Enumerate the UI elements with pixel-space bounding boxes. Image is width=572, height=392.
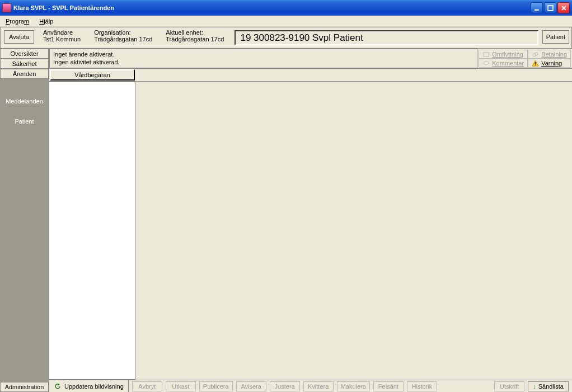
status-line-2: Ingen aktivitet aktiverad. — [53, 58, 473, 66]
svg-rect-2 — [484, 52, 489, 56]
bottom-row: Uppdatera bildvisning Avbryt Utkast Publ… — [49, 380, 572, 392]
enhet-label: Aktuell enhet: — [166, 29, 224, 36]
organisation-info: Organisation: Trädgårdsgatan 17cd — [88, 27, 160, 48]
enhet-info: Aktuell enhet: Trädgårdsgatan 17cd — [160, 27, 232, 48]
refresh-icon — [54, 382, 62, 390]
bottom-button-area: Avbryt Utkast Publicera Avisera Justera … — [128, 380, 572, 392]
utskrift-button[interactable]: Utskrift — [494, 381, 524, 391]
avsluta-button[interactable]: Avsluta — [4, 30, 34, 44]
money-icon — [532, 51, 539, 58]
sandlista-label: Sändlista — [538, 383, 564, 390]
justera-button[interactable]: Justera — [270, 381, 300, 391]
utkast-button[interactable]: Utkast — [166, 381, 196, 391]
sandlista-button[interactable]: ↓ Sändlista — [528, 381, 569, 391]
svg-point-5 — [484, 61, 489, 65]
omflyttning-icon — [482, 51, 490, 58]
varning-label: Varning — [541, 60, 562, 67]
comment-icon — [482, 60, 490, 67]
main-body: Översikter Säkerhet Ärenden Meddelanden … — [0, 49, 572, 392]
vardbegaran-button[interactable]: Vårdbegäran — [50, 69, 135, 81]
main-panel: Inget ärende aktiverat. Ingen aktivitet … — [49, 49, 572, 392]
omflyttning-label: Omflyttning — [492, 51, 523, 58]
betalning-link[interactable]: Betalning — [528, 50, 571, 59]
status-buttons: Omflyttning Betalning Kommentar Varning — [477, 49, 572, 68]
status-line-1: Inget ärende aktiverat. — [53, 50, 473, 58]
patient-id-display: 19 300823-9190 Svpl Patient — [235, 30, 538, 45]
publicera-button[interactable]: Publicera — [199, 381, 233, 391]
sidebar-tab-administration[interactable]: Administration — [0, 382, 49, 392]
betalning-label: Betalning — [541, 51, 567, 58]
refresh-link[interactable]: Uppdatera bildvisning — [49, 381, 128, 391]
status-text: Inget ärende aktiverat. Ingen aktivitet … — [49, 49, 477, 68]
svg-rect-1 — [548, 6, 553, 11]
user-value: Tst1 Kommun — [43, 36, 81, 42]
window-title: Klara SVPL - SVPL Patientärenden — [13, 4, 531, 11]
kvittera-button[interactable]: Kvittera — [303, 381, 334, 391]
menu-hjalp[interactable]: Hjälp — [37, 17, 55, 26]
omflyttning-link[interactable]: Omflyttning — [479, 50, 528, 59]
window-controls — [531, 2, 570, 13]
svg-rect-7 — [535, 64, 536, 65]
menu-program[interactable]: Program — [3, 17, 31, 26]
svg-rect-6 — [535, 62, 536, 64]
felsant-button[interactable]: Felsänt — [373, 381, 404, 391]
detail-pane — [135, 82, 572, 380]
vardbegaran-row: Vårdbegäran — [49, 69, 572, 82]
app-icon — [2, 3, 11, 12]
sidebar-item-patient[interactable]: Patient — [0, 111, 49, 131]
maximize-button[interactable] — [544, 2, 556, 13]
list-pane[interactable] — [49, 82, 135, 380]
window-titlebar: Klara SVPL - SVPL Patientärenden — [0, 0, 572, 16]
warning-icon — [532, 60, 539, 67]
user-info: Användare Tst1 Kommun — [37, 27, 88, 48]
patient-button[interactable]: Patient — [542, 30, 569, 44]
top-info-bar: Avsluta Användare Tst1 Kommun Organisati… — [0, 27, 572, 49]
svg-rect-0 — [535, 9, 539, 10]
down-arrow-icon: ↓ — [533, 383, 536, 390]
content-row — [49, 82, 572, 380]
menu-bar: Program Hjälp — [0, 16, 572, 27]
status-row: Inget ärende aktiverat. Ingen aktivitet … — [49, 49, 572, 69]
refresh-label: Uppdatera bildvisning — [64, 383, 124, 390]
makulera-button[interactable]: Makulera — [337, 381, 370, 391]
varning-link[interactable]: Varning — [528, 59, 571, 68]
kommentar-link[interactable]: Kommentar — [479, 59, 528, 68]
historik-button[interactable]: Historik — [407, 381, 437, 391]
organisation-label: Organisation: — [94, 29, 152, 36]
sidebar-tab-oversikter[interactable]: Översikter — [0, 49, 49, 59]
sidebar-tab-sakerhet[interactable]: Säkerhet — [0, 59, 49, 69]
user-label: Användare — [43, 29, 81, 36]
kommentar-label: Kommentar — [492, 60, 524, 67]
enhet-value: Trädgårdsgatan 17cd — [166, 36, 224, 42]
avbryt-button[interactable]: Avbryt — [132, 381, 162, 391]
avisera-button[interactable]: Avisera — [236, 381, 266, 391]
minimize-button[interactable] — [531, 2, 543, 13]
close-button[interactable] — [557, 2, 570, 13]
sidebar: Översikter Säkerhet Ärenden Meddelanden … — [0, 49, 49, 392]
sidebar-tab-arenden[interactable]: Ärenden — [0, 69, 49, 79]
sidebar-item-meddelanden[interactable]: Meddelanden — [0, 91, 49, 111]
organisation-value: Trädgårdsgatan 17cd — [94, 36, 152, 42]
